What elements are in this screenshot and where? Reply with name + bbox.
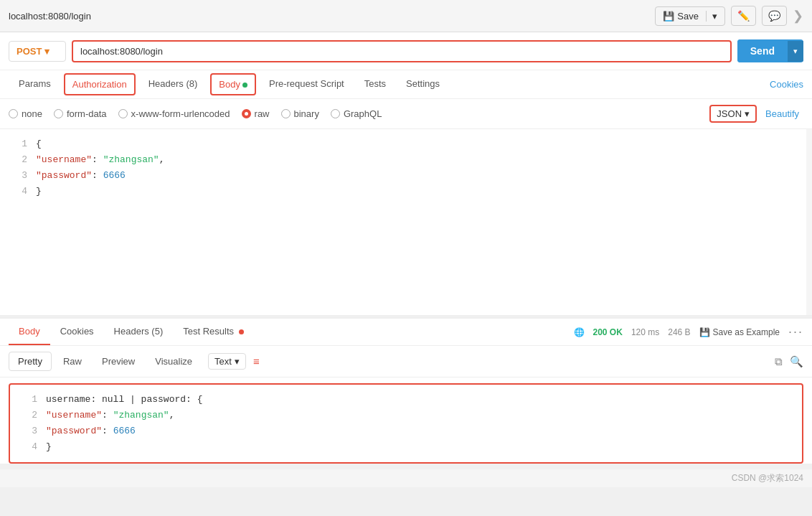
format-chevron-icon: ▾	[745, 108, 750, 119]
save-example-button[interactable]: 💾 Save as Example	[699, 327, 780, 337]
option-form-data[interactable]: form-data	[54, 108, 107, 119]
response-section: Body Cookies Headers (5) Test Results 🌐 …	[0, 317, 812, 464]
page-url: localhost:8080/login	[9, 11, 91, 22]
option-graphql[interactable]: GraphQL	[331, 108, 382, 119]
format-select[interactable]: JSON ▾	[709, 105, 757, 123]
body-dot-indicator	[242, 83, 247, 88]
method-label: POST	[16, 46, 42, 57]
code-line-4: 4 }	[0, 184, 812, 200]
tab-prerequest[interactable]: Pre-request Script	[259, 71, 354, 98]
copy-icon[interactable]: ⧉	[775, 355, 783, 368]
more-options-button[interactable]: ···	[788, 324, 803, 339]
body-options-right: JSON ▾ Beautify	[709, 105, 803, 123]
radio-binary[interactable]	[281, 109, 291, 118]
test-results-dot	[239, 329, 244, 334]
radio-urlencoded[interactable]	[118, 109, 128, 118]
request-bar: POST ▾ Send ▾	[0, 32, 812, 70]
save-icon: 💾	[663, 11, 674, 22]
watermark: CSDN @求索1024	[732, 472, 803, 484]
resp-line-2: 2 "username": "zhangsan",	[10, 408, 802, 423]
response-time: 120 ms	[631, 327, 659, 337]
option-none[interactable]: none	[9, 108, 42, 119]
code-line-2: 2 "username": "zhangsan",	[0, 152, 812, 168]
resp-tab-headers[interactable]: Headers (5)	[104, 319, 174, 345]
request-tabs: Params Authorization Headers (8) Body Pr…	[0, 70, 812, 99]
resp-line-4: 4 }	[10, 439, 802, 455]
method-select[interactable]: POST ▾	[9, 41, 66, 62]
chat-button[interactable]: 💬	[762, 6, 787, 26]
response-tabs: Body Cookies Headers (5) Test Results 🌐 …	[0, 317, 812, 346]
response-view-options: Pretty Raw Preview Visualize Text ▾ ≡ ⧉ …	[0, 346, 812, 377]
method-chevron-icon: ▾	[44, 46, 49, 57]
title-bar: localhost:8080/login 💾 Save ▾ ✏️ 💬 ❯	[0, 0, 812, 32]
globe-icon: 🌐	[574, 327, 585, 337]
tab-tests[interactable]: Tests	[354, 71, 396, 98]
resp-view-raw[interactable]: Raw	[55, 352, 90, 370]
resp-view-preview[interactable]: Preview	[93, 352, 143, 370]
beautify-button[interactable]: Beautify	[761, 106, 803, 121]
resp-view-visualize[interactable]: Visualize	[146, 352, 201, 370]
resp-action-icons: ⧉ 🔍	[775, 355, 803, 368]
radio-none[interactable]	[9, 109, 18, 118]
editor-scrollbar[interactable]	[806, 129, 812, 315]
send-chevron-button[interactable]: ▾	[788, 41, 803, 62]
footer-bar: CSDN @求索1024	[0, 469, 812, 487]
option-raw[interactable]: raw	[242, 108, 270, 119]
search-icon[interactable]: 🔍	[790, 355, 803, 368]
code-line-1: 1 {	[0, 136, 812, 152]
text-chevron-icon: ▾	[235, 356, 240, 367]
tab-headers[interactable]: Headers (8)	[138, 71, 208, 98]
cookies-link[interactable]: Cookies	[770, 72, 803, 97]
send-button-group: Send ▾	[737, 39, 803, 62]
resp-tab-test-results[interactable]: Test Results	[173, 319, 253, 345]
radio-raw[interactable]	[242, 109, 251, 118]
option-binary[interactable]: binary	[281, 108, 319, 119]
save-button[interactable]: 💾 Save ▾	[655, 6, 725, 26]
tab-authorization[interactable]: Authorization	[64, 73, 136, 95]
expand-icon[interactable]: ❯	[793, 8, 803, 24]
edit-button[interactable]: ✏️	[731, 6, 756, 26]
radio-form-data[interactable]	[54, 109, 63, 118]
resp-text-select[interactable]: Text ▾	[208, 353, 246, 370]
status-ok: 200 OK	[593, 327, 623, 337]
code-line-3: 3 "password": 6666	[0, 168, 812, 184]
response-status-bar: 🌐 200 OK 120 ms 246 B 💾 Save as Example …	[574, 324, 803, 339]
title-bar-actions: 💾 Save ▾ ✏️ 💬 ❯	[655, 6, 803, 26]
request-body-editor[interactable]: 1 { 2 "username": "zhangsan", 3 "passwor…	[0, 129, 812, 316]
resp-line-3: 3 "password": 6666	[10, 423, 802, 439]
tab-params[interactable]: Params	[9, 71, 61, 98]
send-button[interactable]: Send	[737, 39, 788, 62]
resp-line-1: 1 username: null | password: {	[10, 392, 802, 408]
response-size: 246 B	[668, 327, 690, 337]
save-chevron-icon[interactable]: ▾	[706, 11, 717, 22]
resp-tab-cookies[interactable]: Cookies	[50, 319, 104, 345]
tab-body[interactable]: Body	[210, 73, 256, 95]
save-label: Save	[677, 11, 699, 22]
url-input[interactable]	[72, 40, 732, 62]
resp-tab-body[interactable]: Body	[9, 319, 50, 345]
body-type-options: none form-data x-www-form-urlencoded raw…	[0, 99, 812, 129]
tab-settings[interactable]: Settings	[396, 71, 450, 98]
save-example-icon: 💾	[699, 327, 710, 337]
option-urlencoded[interactable]: x-www-form-urlencoded	[118, 108, 230, 119]
response-body-code: 1 username: null | password: { 2 "userna…	[9, 383, 803, 464]
radio-graphql[interactable]	[331, 109, 340, 118]
filter-icon[interactable]: ≡	[253, 355, 260, 367]
resp-view-pretty[interactable]: Pretty	[9, 352, 52, 371]
